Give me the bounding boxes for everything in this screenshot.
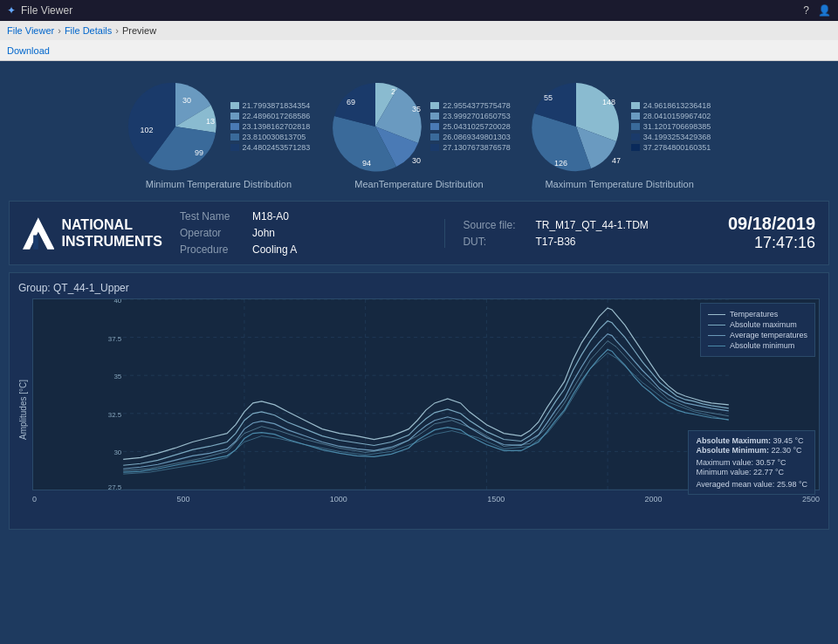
mean-temp-legend: 22.9554377575478 23.9992701650753 25.043… xyxy=(430,101,511,152)
max-temp-label: Maximum Temperature Distribution xyxy=(545,179,693,189)
user-icon[interactable]: 👤 xyxy=(818,4,831,17)
mean-temp-pie: 22 35 30 94 69 xyxy=(327,79,423,175)
breadcrumb: File Viewer › File Details › Preview xyxy=(0,21,838,40)
info-sourcefile: Source file: TR_M17_QT_44-1.TDM xyxy=(463,219,710,231)
svg-text:37.5: 37.5 xyxy=(108,335,122,343)
svg-text:47: 47 xyxy=(612,156,621,165)
main-content: 30 13 99 102 21.7993871834354 22.4896017… xyxy=(0,61,838,644)
chart-stats: Absolute Maximum: 39.45 °C Absolute Mini… xyxy=(688,430,815,495)
stat-avg-mean: Averaged mean value: 25.98 °C xyxy=(696,480,807,489)
svg-text:55: 55 xyxy=(544,93,553,102)
max-temp-chart: 148 47 126 55 24.9618613236418 28.041015… xyxy=(528,79,711,189)
svg-marker-13 xyxy=(23,217,54,249)
datetime-panel: 09/18/2019 17:47:16 xyxy=(728,214,815,252)
date-display: 09/18/2019 xyxy=(728,214,815,234)
min-temp-label: Minimum Temperature Distribution xyxy=(146,179,292,189)
stat-min-val: Minimum value: 22.77 °C xyxy=(696,468,807,476)
svg-text:13: 13 xyxy=(206,117,215,126)
time-display: 17:47:16 xyxy=(728,234,815,252)
charts-section: 30 13 99 102 21.7993871834354 22.4896017… xyxy=(9,70,829,194)
info-testname: Test Name M18-A0 xyxy=(180,210,427,223)
toolbar: Download xyxy=(0,40,838,61)
line-chart-title: Group: QT_44-1_Upper xyxy=(18,282,820,294)
mean-temp-chart: 22 35 30 94 69 22.9554377575478 23.99927… xyxy=(327,79,511,189)
stat-abs-max: Absolute Maximum: 39.45 °C xyxy=(696,436,807,445)
download-button[interactable]: Download xyxy=(7,45,50,56)
svg-text:27.5: 27.5 xyxy=(108,483,122,490)
chart-legend: Temperatures Absolute maximum Average te… xyxy=(700,303,815,357)
svg-text:99: 99 xyxy=(195,148,203,157)
svg-text:35: 35 xyxy=(113,373,121,380)
min-temp-legend: 21.7993871834354 22.4896017268586 23.139… xyxy=(230,101,311,152)
svg-text:40: 40 xyxy=(113,298,121,305)
breadcrumb-fileviewer[interactable]: File Viewer xyxy=(7,25,54,36)
svg-text:94: 94 xyxy=(362,159,371,168)
app-icon: ✦ xyxy=(7,4,16,17)
svg-rect-14 xyxy=(33,235,38,249)
svg-text:35: 35 xyxy=(412,105,421,113)
ni-logo-icon xyxy=(23,214,54,253)
ni-logo: NATIONAL INSTRUMENTS xyxy=(23,214,162,253)
ni-text2: INSTRUMENTS xyxy=(61,233,162,250)
max-temp-legend: 24.9618613236418 28.0410159967402 31.120… xyxy=(631,101,711,152)
info-dut: DUT: T17-B36 xyxy=(463,236,710,248)
line-chart-section: Group: QT_44-1_Upper Amplitudes [°C] 40 … xyxy=(9,272,829,530)
info-procedure: Procedure Cooling A xyxy=(180,243,427,256)
ni-text1: NATIONAL xyxy=(61,216,162,233)
breadcrumb-sep2: › xyxy=(115,25,119,36)
svg-text:102: 102 xyxy=(140,126,153,134)
mean-temp-label: MeanTemperature Distribution xyxy=(354,179,483,189)
breadcrumb-preview: Preview xyxy=(122,25,156,36)
title-bar-title: File Viewer xyxy=(21,4,72,17)
breadcrumb-sep1: › xyxy=(58,25,61,36)
svg-text:69: 69 xyxy=(347,98,355,106)
svg-text:148: 148 xyxy=(602,98,615,106)
info-operator: Operator John xyxy=(180,227,427,239)
info-panel: NATIONAL INSTRUMENTS Test Name M18-A0 Op… xyxy=(9,201,829,265)
svg-text:30: 30 xyxy=(113,449,121,456)
stat-max-val: Maximum value: 30.57 °C xyxy=(696,458,807,467)
svg-text:126: 126 xyxy=(554,159,567,168)
min-temp-chart: 30 13 99 102 21.7993871834354 22.4896017… xyxy=(127,79,311,189)
title-bar: ✦ File Viewer ? 👤 xyxy=(0,0,838,21)
line-chart-area: Amplitudes [°C] 40 37.5 35 32.5 30 xyxy=(18,298,820,521)
min-temp-pie: 30 13 99 102 xyxy=(127,79,223,175)
svg-text:32.5: 32.5 xyxy=(108,411,122,419)
svg-text:30: 30 xyxy=(412,156,421,165)
help-icon[interactable]: ? xyxy=(803,4,809,17)
svg-text:30: 30 xyxy=(182,96,191,105)
breadcrumb-filedetails[interactable]: File Details xyxy=(65,25,112,36)
chart-plot: 40 37.5 35 32.5 30 27.5 xyxy=(32,298,820,521)
stat-abs-min: Absolute Minimum: 22.30 °C xyxy=(696,446,807,455)
max-temp-pie: 148 47 126 55 xyxy=(528,79,624,175)
y-axis-label: Amplitudes [°C] xyxy=(18,298,28,521)
